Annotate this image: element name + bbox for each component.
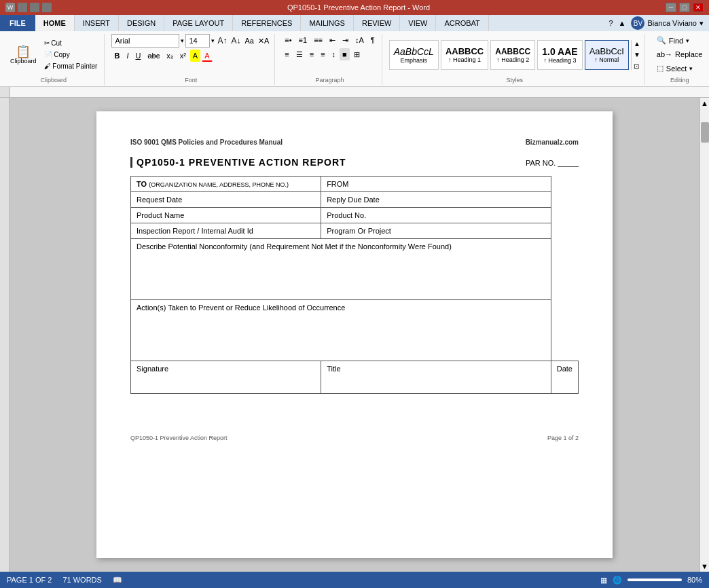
minimize-button[interactable]: ─ xyxy=(666,3,676,12)
find-button[interactable]: 🔍 Find ▾ xyxy=(652,34,694,47)
find-icon: 🔍 xyxy=(657,36,666,45)
ruler-left-corner xyxy=(0,87,10,97)
layout-web-icon[interactable]: 🌐 xyxy=(613,576,622,585)
bullets-button[interactable]: ≡• xyxy=(282,34,294,46)
tab-page-layout[interactable]: PAGE LAYOUT xyxy=(164,15,233,31)
style-normal[interactable]: AaBbCcI ↑ Normal xyxy=(585,40,629,70)
tab-home[interactable]: HOME xyxy=(35,15,75,31)
decrease-indent-button[interactable]: ⇤ xyxy=(327,34,338,46)
line-spacing-button[interactable]: ↕ xyxy=(329,48,339,60)
ribbon-group-paragraph: ≡• ≡1 ≡≡ ⇤ ⇥ ↕A ¶ ≡ ☰ ≡ ≡ ↕ ■ ⊞ Paragrap… xyxy=(278,34,382,85)
cut-button[interactable]: ✂ Cut xyxy=(41,38,101,48)
close-button[interactable]: ✕ xyxy=(693,3,704,12)
text-highlight-button[interactable]: A xyxy=(190,50,200,62)
copy-button[interactable]: 📄 Copy xyxy=(41,50,101,60)
numbering-button[interactable]: ≡1 xyxy=(296,34,310,46)
change-case-button[interactable]: Aa xyxy=(243,37,255,45)
form-table: TO (ORGANIZATION NAME, ADDRESS, PHONE NO… xyxy=(130,176,579,394)
from-cell: FROM xyxy=(321,177,551,192)
multilevel-list-button[interactable]: ≡≡ xyxy=(311,34,325,46)
quick-undo[interactable] xyxy=(30,3,39,12)
replace-button[interactable]: ab→ Replace xyxy=(652,48,708,60)
decrease-font-button[interactable]: A↓ xyxy=(230,36,242,45)
subscript-button[interactable]: x₂ xyxy=(164,50,176,62)
bold-button[interactable]: B xyxy=(111,50,122,62)
clear-format-button[interactable]: ✕A xyxy=(257,37,270,45)
font-name-input[interactable] xyxy=(111,34,179,48)
to-cell: TO (ORGANIZATION NAME, ADDRESS, PHONE NO… xyxy=(131,177,321,192)
doc-title-row: QP1050-1 PREVENTIVE ACTION REPORT PAR NO… xyxy=(130,157,579,168)
table-row: Request Date Reply Due Date xyxy=(131,192,579,208)
ribbon-group-font: ▾ ▾ A↑ A↓ Aa ✕A B I U abc x₂ x² A A Font xyxy=(107,34,275,85)
align-left-button[interactable]: ≡ xyxy=(282,48,291,60)
borders-button[interactable]: ⊞ xyxy=(351,48,363,60)
help-icon[interactable]: ? xyxy=(608,19,613,27)
quick-save[interactable] xyxy=(18,3,27,12)
tab-acrobat[interactable]: ACROBAT xyxy=(436,15,488,31)
tab-references[interactable]: REFERENCES xyxy=(233,15,301,31)
font-selector-row: ▾ ▾ A↑ A↓ Aa ✕A xyxy=(111,34,270,48)
inspection-report-cell: Inspection Report / Internal Audit Id xyxy=(131,223,321,239)
document-area[interactable]: ISO 9001 QMS Policies and Procedures Man… xyxy=(10,98,699,572)
status-left: PAGE 1 OF 2 71 WORDS 📖 xyxy=(7,576,122,585)
tab-mailings[interactable]: MAILINGS xyxy=(301,15,354,31)
scroll-down-button[interactable]: ▼ xyxy=(699,561,709,572)
ribbon-content: 📋 Clipboard ✂ Cut 📄 Copy 🖌 Format Painte… xyxy=(0,31,709,87)
window-title: QP1050-1 Preventive Action Report - Word xyxy=(52,3,666,12)
style-heading2[interactable]: AABBCC ↑ Heading 2 xyxy=(490,40,535,70)
superscript-button[interactable]: x² xyxy=(177,50,189,62)
quick-redo[interactable] xyxy=(42,3,52,12)
header-right: Bizmanualz.com xyxy=(526,139,579,146)
style-heading3[interactable]: 1.0 AAE ↑ Heading 3 xyxy=(537,40,582,70)
tab-review[interactable]: REVIEW xyxy=(354,15,400,31)
italic-button[interactable]: I xyxy=(124,50,131,62)
style-emphasis[interactable]: AaBbCcL Emphasis xyxy=(389,40,439,70)
shading-button[interactable]: ■ xyxy=(340,48,350,60)
zoom-slider[interactable] xyxy=(628,578,682,581)
layout-print-icon[interactable]: ▦ xyxy=(600,576,607,585)
font-name-dropdown-icon[interactable]: ▾ xyxy=(181,37,184,44)
editing-label: Editing xyxy=(670,77,689,85)
page-header: ISO 9001 QMS Policies and Procedures Man… xyxy=(130,139,579,146)
align-right-button[interactable]: ≡ xyxy=(307,48,316,60)
increase-indent-button[interactable]: ⇥ xyxy=(340,34,351,46)
main-area: ISO 9001 QMS Policies and Procedures Man… xyxy=(0,98,709,572)
proofing-icon[interactable]: 📖 xyxy=(113,576,122,585)
user-account[interactable]: BV Bianca Viviano ▾ xyxy=(631,16,704,30)
justify-button[interactable]: ≡ xyxy=(318,48,327,60)
paste-button[interactable]: 📋 Clipboard xyxy=(7,37,40,73)
clipboard-label: Clipboard xyxy=(40,77,67,85)
font-color-button[interactable]: A xyxy=(202,50,212,62)
tab-file[interactable]: FILE xyxy=(0,15,35,31)
strikethrough-button[interactable]: abc xyxy=(145,50,162,62)
tab-design[interactable]: DESIGN xyxy=(119,15,164,31)
scroll-up-button[interactable]: ▲ xyxy=(699,98,709,109)
font-size-input[interactable] xyxy=(185,34,210,48)
styles-more[interactable]: ⊡ xyxy=(634,62,640,70)
show-formatting-button[interactable]: ¶ xyxy=(368,34,378,46)
increase-font-button[interactable]: A↑ xyxy=(216,36,228,45)
scrollbar-thumb[interactable] xyxy=(701,122,709,143)
select-dropdown-icon[interactable]: ▾ xyxy=(689,65,693,72)
table-row: Inspection Report / Internal Audit Id Pr… xyxy=(131,223,579,239)
collapse-ribbon-icon[interactable]: ▲ xyxy=(619,19,626,27)
maximize-button[interactable]: □ xyxy=(679,3,690,12)
format-painter-button[interactable]: 🖌 Format Painter xyxy=(41,61,101,71)
find-dropdown-icon[interactable]: ▾ xyxy=(686,37,689,44)
tab-insert[interactable]: INSERT xyxy=(75,15,119,31)
styles-scroll-up[interactable]: ▲ xyxy=(634,40,640,48)
align-center-button[interactable]: ☰ xyxy=(293,48,306,60)
style-heading1[interactable]: AABBCC ↑ Heading 1 xyxy=(441,40,488,70)
sort-button[interactable]: ↕A xyxy=(352,34,367,46)
program-project-cell: Program Or Project xyxy=(321,223,551,239)
vertical-scrollbar[interactable]: ▲ ▼ xyxy=(699,98,709,572)
status-bar: PAGE 1 OF 2 71 WORDS 📖 ▦ 🌐 80% xyxy=(0,572,709,588)
underline-button[interactable]: U xyxy=(132,50,143,62)
font-size-dropdown-icon[interactable]: ▾ xyxy=(211,37,215,44)
tab-view[interactable]: VIEW xyxy=(400,15,436,31)
select-button[interactable]: ⬚ Select ▾ xyxy=(652,62,698,75)
styles-scroll-down[interactable]: ▼ xyxy=(634,51,640,58)
user-dropdown-icon[interactable]: ▾ xyxy=(699,19,704,28)
paragraph-label: Paragraph xyxy=(316,77,344,85)
ribbon-group-clipboard: 📋 Clipboard ✂ Cut 📄 Copy 🖌 Format Painte… xyxy=(3,34,105,85)
